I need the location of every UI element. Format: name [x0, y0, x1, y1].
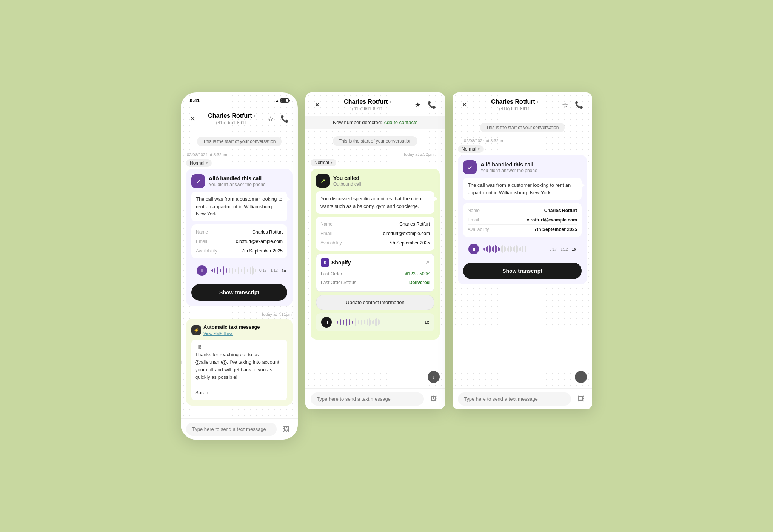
email-label: Email: [196, 239, 207, 244]
avail-value: 7th September 2025: [534, 227, 577, 232]
pause-button[interactable]: ⏸: [321, 317, 332, 328]
contact-phone: (415) 661-8911: [197, 120, 266, 125]
call-info: Allô handled this call You didn't answer…: [480, 161, 537, 173]
order-value: #123 - 500€: [405, 271, 430, 277]
name-label: Name: [320, 221, 333, 227]
normal-badge[interactable]: Normal ▾: [186, 159, 212, 167]
scroll-down-button[interactable]: ↓: [575, 371, 587, 383]
call-button[interactable]: 📞: [573, 99, 585, 111]
audio-speed[interactable]: 1x: [425, 320, 429, 324]
auto-msg-wrapper: ⬆ ⚡ Automatic text message View SMS flow…: [186, 319, 293, 406]
close-button[interactable]: ✕: [313, 99, 322, 111]
avail-label: Availability: [320, 240, 342, 246]
image-button[interactable]: 🖼: [280, 423, 293, 435]
summary-tail: [582, 183, 585, 188]
audio-player: ⏸ 0:17 1:12 1x: [463, 240, 582, 258]
info-row-avail: Availability 7th September 2025: [320, 238, 430, 248]
badge-chevron-icon: ▾: [331, 161, 333, 165]
shopify-status-row: Last Order Status Delivered: [321, 278, 430, 287]
avail-value: 7th September 2025: [389, 240, 430, 246]
header-contact-info: Charles Rotfurt › (415) 661-8911: [197, 112, 266, 125]
info-row-avail: Availability 7th September 2025: [196, 246, 283, 255]
call-icon: ↙: [463, 160, 477, 174]
auto-icon: ⚡: [191, 325, 201, 335]
contact-name-row: Charles Rotfurt ›: [197, 112, 266, 119]
show-transcript-button[interactable]: Show transcript: [463, 263, 582, 279]
close-button[interactable]: ✕: [188, 113, 197, 125]
convo-start-bubble: This is the start of your conversation: [333, 136, 418, 146]
contact-name: Charles Rotfurt: [344, 98, 388, 105]
message-input[interactable]: [311, 392, 424, 406]
middle-panel-screen: ✕ Charles Rotfurt › (415) 661-8911 ★ 📞 N…: [305, 92, 445, 409]
call-card-header: ↙ Allô handled this call You didn't answ…: [463, 160, 582, 174]
auto-msg-title: Automatic text message: [203, 324, 260, 330]
call-info: Allô handled this call You didn't answer…: [209, 175, 266, 187]
chevron-right-icon: ›: [390, 99, 391, 105]
pause-button[interactable]: ⏸: [468, 244, 479, 254]
pause-button[interactable]: ⏸: [197, 265, 207, 276]
shopify-order-row: Last Order #123 - 500€: [321, 270, 430, 278]
email-label: Email: [320, 231, 332, 236]
audio-speed[interactable]: 1x: [572, 247, 576, 251]
call-info: You called Outbound call: [333, 175, 361, 187]
add-to-contacts-link[interactable]: Add to contacts: [383, 120, 417, 125]
call-group: Normal ▾ ↙ Allô handled this call You di…: [181, 159, 298, 306]
call-group: Normal ▾ ↙ Allô handled this call You di…: [458, 145, 587, 284]
update-contact-button[interactable]: Update contact information: [316, 295, 434, 310]
call-button[interactable]: 📞: [279, 113, 290, 125]
call-subtitle: You didn't answer the phone: [480, 168, 537, 173]
info-row-email: Email c.rotfurt@example.com: [320, 229, 430, 238]
auto-msg-body: Hi! Thanks for reaching out to us {{call…: [191, 340, 287, 400]
close-button[interactable]: ✕: [460, 99, 469, 111]
message-area: This is the start of your conversation 0…: [181, 130, 298, 439]
call-title: You called: [333, 175, 361, 181]
show-transcript-button[interactable]: Show transcript: [191, 284, 287, 301]
call-button[interactable]: 📞: [426, 99, 437, 111]
star-button[interactable]: ☆: [266, 113, 275, 125]
info-row-name: Name Charles Rotfurt: [468, 206, 577, 215]
info-table: Name Charles Rotfurt Email c.rotfurt@exa…: [463, 203, 582, 237]
call-subtitle: You didn't answer the phone: [209, 182, 266, 187]
message-input[interactable]: [458, 392, 571, 406]
input-bar: 🖼: [453, 388, 592, 409]
panel-header: ✕ Charles Rotfurt › (415) 661-8911 ★ 📞: [305, 92, 445, 116]
auto-msg-header: ⚡ Automatic text message View SMS flows: [191, 324, 287, 337]
call-card: ↙ Allô handled this call You didn't answ…: [458, 155, 587, 284]
contact-phone: (415) 661-8911: [469, 106, 561, 111]
image-button[interactable]: 🖼: [428, 393, 440, 405]
scroll-down-button[interactable]: ↓: [428, 371, 440, 383]
star-button[interactable]: ★: [413, 99, 422, 111]
contact-name-row: Charles Rotfurt ›: [469, 98, 561, 105]
contact-name: Charles Rotfurt: [491, 98, 535, 105]
shopify-icon: S: [321, 258, 329, 267]
star-button[interactable]: ☆: [561, 99, 570, 111]
audio-speed[interactable]: 1x: [282, 268, 286, 273]
status-bar: 9:41 ▴: [181, 92, 298, 106]
info-row-name: Name Charles Rotfurt: [196, 228, 283, 237]
input-bar: 🖼: [181, 418, 298, 440]
status-value: Delivered: [409, 280, 430, 285]
call-icon: ↙: [191, 174, 205, 188]
contact-name: Charles Rotfurt: [208, 112, 252, 119]
call-summary: The call was from a customer looking to …: [463, 178, 582, 200]
message-input[interactable]: [186, 423, 277, 436]
normal-badge[interactable]: Normal ▾: [311, 159, 336, 166]
view-sms-flows-link[interactable]: View SMS flows: [203, 331, 233, 336]
shopify-card: S Shopify ↗ Last Order #123 - 500€ Last …: [316, 254, 434, 292]
audio-time-total: 1:12: [270, 268, 277, 272]
name-value: Charles Rotfurt: [544, 208, 577, 213]
image-button[interactable]: 🖼: [575, 393, 587, 405]
convo-start-bubble: This is the start of your conversation: [197, 137, 282, 146]
header-contact-info: Charles Rotfurt › (415) 661-8911: [469, 98, 561, 111]
shopify-external-icon[interactable]: ↗: [425, 260, 430, 266]
audio-time-current: 0:17: [259, 268, 266, 272]
call-title: Allô handled this call: [209, 175, 266, 181]
auto-text-message: ⚡ Automatic text message View SMS flows …: [186, 319, 293, 406]
normal-badge[interactable]: Normal ▾: [458, 145, 484, 153]
panel-message-area: This is the start of your conversation 0…: [453, 123, 592, 321]
email-value: c.rotfurt@example.com: [236, 239, 283, 244]
status-icons: ▴: [276, 98, 289, 103]
new-number-text: New number detected:: [333, 120, 382, 125]
call-card: ↙ Allô handled this call You didn't answ…: [186, 169, 293, 306]
info-row-email: Email c.rotfurt@example.com: [196, 237, 283, 246]
